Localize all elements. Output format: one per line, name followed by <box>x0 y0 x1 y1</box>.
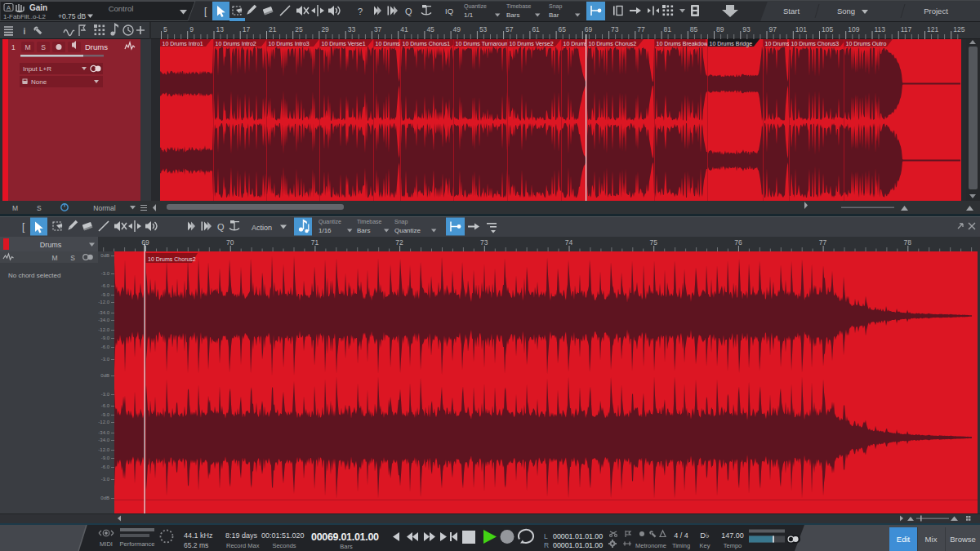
svg-text:5: 5 <box>163 25 167 33</box>
svg-text:10 Drums: 10 Drums <box>564 41 589 47</box>
svg-text:-6.0: -6.0 <box>101 344 110 349</box>
svg-text:71: 71 <box>311 238 319 247</box>
svg-text:Performance: Performance <box>120 540 155 548</box>
svg-text:Drums: Drums <box>85 42 108 51</box>
svg-text:105: 105 <box>822 25 833 33</box>
svg-text:Record Max: Record Max <box>226 542 260 549</box>
svg-text:77: 77 <box>819 238 827 247</box>
svg-text:37: 37 <box>374 25 382 33</box>
svg-text:10 Drums Chorus1: 10 Drums Chorus1 <box>403 41 451 47</box>
svg-text:Timing: Timing <box>672 542 690 549</box>
svg-text:Q: Q <box>217 222 225 232</box>
svg-text:81: 81 <box>664 25 672 33</box>
svg-text:Snap: Snap <box>549 3 562 10</box>
svg-text:00069.01.01.00: 00069.01.01.00 <box>311 531 379 543</box>
svg-text:69: 69 <box>141 238 149 247</box>
svg-text:74: 74 <box>565 238 573 247</box>
svg-text:-34.0: -34.0 <box>98 438 109 442</box>
svg-text:MIDI: MIDI <box>100 540 113 548</box>
svg-text:Timebase: Timebase <box>506 3 532 9</box>
svg-text:Bars: Bars <box>357 227 370 234</box>
svg-text:-34.0: -34.0 <box>98 318 109 322</box>
svg-text:73: 73 <box>480 238 488 247</box>
svg-text:Start: Start <box>783 7 800 16</box>
svg-text:00:01:51.020: 00:01:51.020 <box>261 531 305 540</box>
svg-text:0dB: 0dB <box>100 253 109 258</box>
svg-text:None: None <box>31 78 47 86</box>
svg-text:109: 109 <box>848 25 859 33</box>
svg-text:Normal: Normal <box>93 204 116 212</box>
svg-text:No chord selected: No chord selected <box>8 272 60 279</box>
svg-text:-6.0: -6.0 <box>101 403 110 408</box>
svg-text:89: 89 <box>716 25 724 33</box>
svg-text:73: 73 <box>611 25 619 33</box>
svg-text:1/1: 1/1 <box>464 11 474 19</box>
svg-text:1/16: 1/16 <box>318 227 332 234</box>
svg-text:-3.0: -3.0 <box>101 392 110 397</box>
svg-text:Timebase: Timebase <box>357 219 382 224</box>
svg-text:Metronome: Metronome <box>635 542 666 549</box>
svg-text:D♭: D♭ <box>700 531 709 540</box>
svg-text:121: 121 <box>927 25 938 33</box>
svg-text:77: 77 <box>637 25 645 33</box>
svg-text:S: S <box>70 254 75 262</box>
svg-text:S: S <box>37 204 42 212</box>
svg-text:-9.0: -9.0 <box>101 335 110 340</box>
svg-text:-9.0: -9.0 <box>101 455 110 460</box>
svg-text:65: 65 <box>559 25 567 33</box>
svg-text:10 Drums Intro1: 10 Drums Intro1 <box>163 41 203 47</box>
svg-text:10 Drums Breakdow: 10 Drums Breakdow <box>657 41 709 47</box>
svg-text:-12.0: -12.0 <box>98 300 109 304</box>
svg-text:29: 29 <box>321 25 329 33</box>
svg-text:13: 13 <box>216 25 225 33</box>
svg-text:9: 9 <box>189 25 194 33</box>
svg-text:8:19 days: 8:19 days <box>225 531 258 540</box>
svg-text:101: 101 <box>795 25 807 33</box>
svg-text:49: 49 <box>453 25 461 33</box>
svg-text:21: 21 <box>269 25 277 33</box>
svg-text:Quantize: Quantize <box>464 3 487 10</box>
svg-text:Browse: Browse <box>950 535 976 544</box>
svg-text:-12.0: -12.0 <box>98 420 109 424</box>
svg-text:Project: Project <box>924 7 948 16</box>
svg-text:-34.0: -34.0 <box>98 430 109 435</box>
svg-text:Gain: Gain <box>29 3 47 12</box>
svg-text:10 Drums Chorus2: 10 Drums Chorus2 <box>589 41 637 47</box>
svg-text:75: 75 <box>649 238 657 247</box>
svg-text:-9.0: -9.0 <box>101 412 110 417</box>
svg-text:97: 97 <box>769 25 777 33</box>
svg-text:33: 33 <box>348 25 356 33</box>
svg-text:Input L+R: Input L+R <box>23 65 51 73</box>
svg-text:10 Drums Intro3: 10 Drums Intro3 <box>269 41 310 47</box>
svg-text:10 Drums Chorus3: 10 Drums Chorus3 <box>791 41 840 47</box>
svg-text:10 Drums Outro: 10 Drums Outro <box>846 41 887 47</box>
svg-text:10 Drums Verse2: 10 Drums Verse2 <box>510 41 554 47</box>
svg-text:00001.01.01.00: 00001.01.01.00 <box>553 532 603 540</box>
svg-text:Control: Control <box>109 4 134 13</box>
svg-text:Drums: Drums <box>40 241 62 249</box>
svg-text:Edit: Edit <box>897 535 911 544</box>
svg-text:S: S <box>41 43 46 51</box>
svg-text:93: 93 <box>742 25 751 33</box>
svg-text:0dB: 0dB <box>100 373 109 378</box>
svg-text:78: 78 <box>904 238 912 247</box>
svg-text:17: 17 <box>243 25 251 33</box>
svg-text:R: R <box>544 541 549 549</box>
svg-text:76: 76 <box>734 238 742 247</box>
svg-text:61: 61 <box>532 25 540 33</box>
svg-text:-12.0: -12.0 <box>98 447 109 452</box>
svg-text:10 Drums: 10 Drums <box>376 41 401 47</box>
svg-text:-9.0: -9.0 <box>101 292 110 297</box>
svg-text:-6.0: -6.0 <box>101 464 110 469</box>
svg-text:M: M <box>24 43 30 51</box>
svg-text:Q: Q <box>405 7 412 16</box>
svg-text:-3.0: -3.0 <box>101 477 110 482</box>
svg-text:Action: Action <box>252 224 272 232</box>
svg-text:10 Drums Chorus2: 10 Drums Chorus2 <box>148 256 196 262</box>
svg-text:?: ? <box>358 7 363 16</box>
svg-text:125: 125 <box>953 25 964 33</box>
svg-text:Snap: Snap <box>394 219 408 225</box>
svg-text:-34.0: -34.0 <box>98 310 109 315</box>
svg-text:45: 45 <box>426 25 434 33</box>
svg-text:+0.75 dB: +0.75 dB <box>58 12 87 20</box>
